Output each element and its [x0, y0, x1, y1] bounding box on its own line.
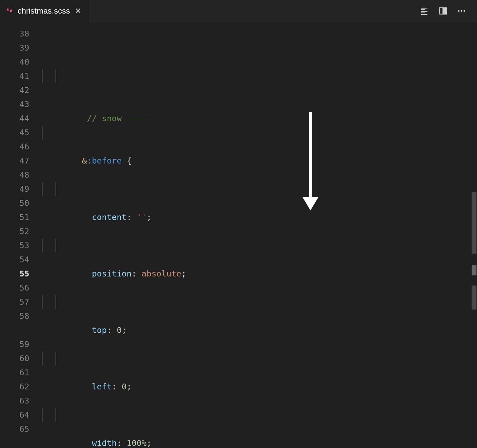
titlebar-spacer [89, 0, 419, 22]
line-number: 52 [0, 224, 29, 238]
line-number: 48 [0, 168, 29, 182]
line-number: 51 [0, 210, 29, 224]
line-number: 63 [0, 394, 29, 408]
line-number: 55 [0, 267, 29, 281]
line-number: 49 [0, 182, 29, 196]
line-number: 56 [0, 281, 29, 295]
code-area[interactable]: // snow ————— &:before { content: ''; po… [40, 22, 477, 448]
file-tab[interactable]: christmas.scss [0, 0, 89, 22]
line-number: 46 [0, 140, 29, 154]
split-editor-icon[interactable] [438, 6, 448, 16]
line-number: 64 [0, 408, 29, 422]
line-number: 43 [0, 97, 29, 111]
code-editor[interactable]: 3839404142434445464748495051525354555657… [0, 22, 477, 448]
code-line: width: 100%; [40, 408, 477, 422]
line-number: 45 [0, 125, 29, 140]
line-number: 60 [0, 351, 29, 365]
line-number: 39 [0, 41, 29, 55]
more-actions-icon[interactable] [457, 6, 466, 16]
code-line: position: absolute; [40, 238, 477, 252]
line-number: 40 [0, 55, 29, 69]
line-number: 54 [0, 252, 29, 267]
code-line: left: 0; [40, 351, 477, 365]
svg-rect-2 [443, 8, 447, 14]
line-number: 50 [0, 196, 29, 210]
line-number: 62 [0, 380, 29, 394]
code-line: top: 0; [40, 295, 477, 309]
line-number: 61 [0, 365, 29, 380]
svg-point-5 [464, 10, 465, 12]
arrow-annotation-icon [298, 109, 322, 213]
line-number: 38 [0, 27, 29, 41]
line-number: 57 [0, 295, 29, 309]
line-number: 41 [0, 69, 29, 83]
tab-filename: christmas.scss [18, 6, 70, 15]
line-number: 65 [0, 422, 29, 436]
svg-marker-7 [302, 197, 318, 210]
svg-point-4 [461, 10, 462, 12]
code-line: // snow ————— [40, 69, 477, 83]
overview-ruler[interactable] [471, 22, 477, 448]
line-number: 44 [0, 111, 29, 125]
line-number-wrap [0, 323, 29, 337]
sass-icon [5, 7, 14, 15]
close-icon[interactable] [74, 6, 82, 16]
svg-point-3 [458, 10, 460, 12]
line-number-gutter: 3839404142434445464748495051525354555657… [0, 22, 40, 448]
line-number: 47 [0, 154, 29, 168]
line-number: 59 [0, 337, 29, 351]
line-number: 58 [0, 309, 29, 323]
code-line: content: ''; [40, 182, 477, 196]
code-line: &:before { [40, 125, 477, 140]
text-align-icon[interactable] [419, 6, 429, 16]
editor-actions [419, 0, 477, 22]
line-number: 42 [0, 83, 29, 97]
editor-titlebar: christmas.scss [0, 0, 477, 22]
line-number: 53 [0, 238, 29, 252]
